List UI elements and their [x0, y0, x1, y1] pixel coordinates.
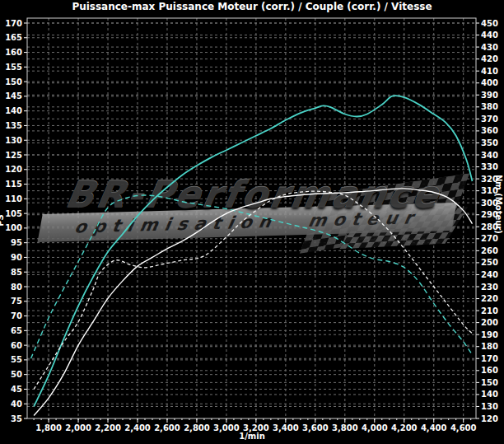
- dyno-chart: Puissance-max Puissance Moteur (corr.) /…: [0, 0, 504, 444]
- plot-border: [27, 18, 476, 418]
- series-curves: [30, 96, 472, 415]
- y-right-axis-title: Nm (Moteur): [494, 175, 503, 234]
- curve-power-dashed: [34, 191, 472, 389]
- y-left-axis-title: PS: [0, 214, 5, 227]
- curve-torque-dashed: [30, 195, 472, 358]
- curve-power-solid: [34, 189, 472, 416]
- x-axis-title: 1/min: [0, 432, 504, 441]
- chart-curves-layer: [0, 0, 504, 444]
